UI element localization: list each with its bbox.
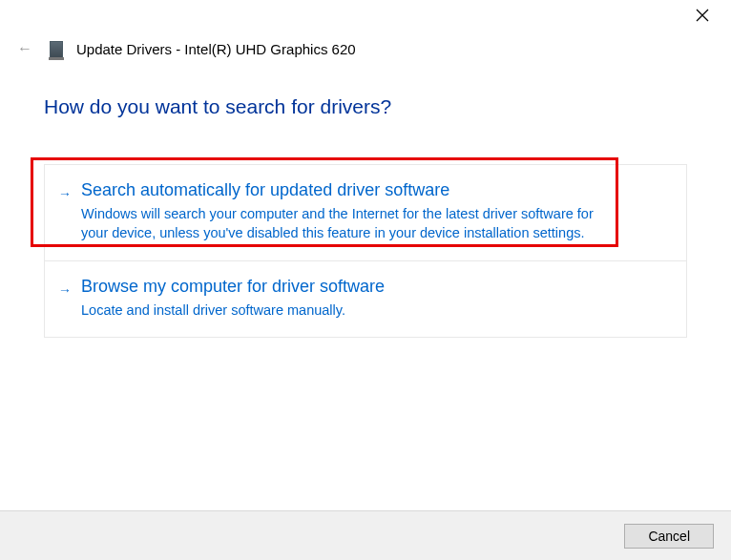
device-icon (50, 41, 63, 58)
option-title: Browse my computer for driver software (81, 277, 667, 297)
window-title: Update Drivers - Intel(R) UHD Graphics 6… (76, 41, 356, 57)
close-button[interactable] (693, 6, 712, 25)
option-description: Locate and install driver software manua… (81, 301, 616, 320)
content-area: How do you want to search for drivers? →… (44, 95, 687, 338)
option-search-automatically[interactable]: → Search automatically for updated drive… (45, 165, 686, 261)
option-title: Search automatically for updated driver … (81, 180, 667, 200)
cancel-button[interactable]: Cancel (624, 524, 714, 549)
option-browse-computer[interactable]: → Browse my computer for driver software… (45, 261, 686, 337)
arrow-right-icon: → (58, 186, 72, 201)
arrow-right-icon: → (58, 282, 72, 298)
option-description: Windows will search your computer and th… (81, 204, 616, 243)
page-title: How do you want to search for drivers? (44, 95, 687, 118)
footer-bar: Cancel (0, 510, 731, 560)
back-button[interactable]: ← (13, 38, 36, 59)
header-bar: ← Update Drivers - Intel(R) UHD Graphics… (13, 38, 356, 59)
option-list: → Search automatically for updated drive… (44, 164, 687, 338)
close-icon (696, 9, 709, 22)
